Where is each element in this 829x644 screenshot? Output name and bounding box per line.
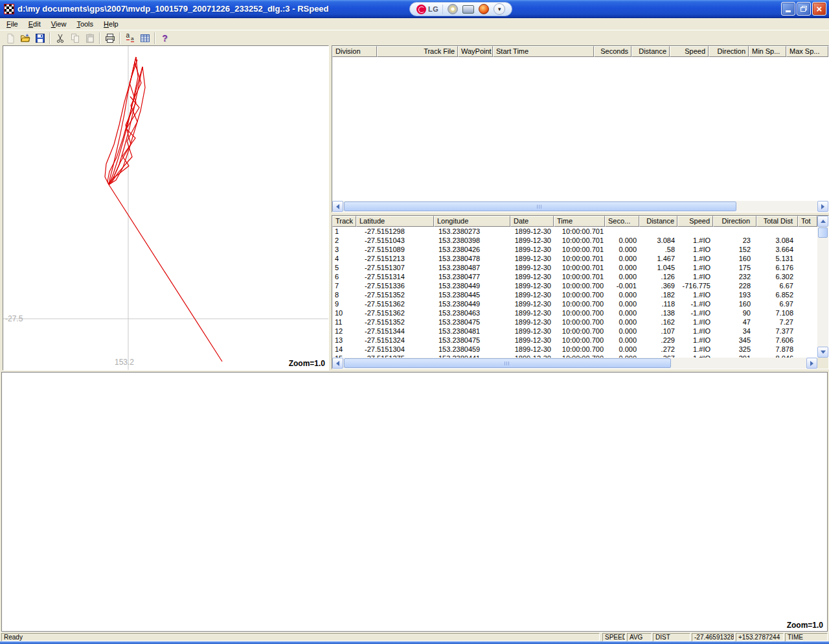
table-row[interactable]: 4-27.5151213153.23804781899-12-3010:00:0… — [332, 254, 817, 263]
track-table-body[interactable]: 1-27.5151298153.23802731899-12-3010:00:0… — [332, 227, 817, 358]
table-cell: 1.#IO — [677, 345, 713, 354]
cut-button[interactable] — [52, 31, 67, 45]
table-cell: 160 — [713, 254, 756, 263]
column-header[interactable]: Speed — [670, 46, 709, 57]
vscroll-thumb[interactable] — [818, 227, 828, 238]
table-row[interactable]: 11-27.5151352153.23804751899-12-3010:00:… — [332, 317, 817, 327]
column-header[interactable]: Tot — [798, 216, 817, 227]
table-cell: -27.5151352 — [356, 317, 434, 327]
table-cell — [677, 227, 713, 236]
table-cell: .58 — [639, 245, 677, 254]
hscroll-thumb[interactable] — [344, 358, 671, 368]
table-row[interactable]: 1-27.5151298153.23802731899-12-3010:00:0… — [332, 227, 817, 236]
division-table-hscrollbar[interactable] — [332, 201, 828, 212]
column-header[interactable]: Distance — [631, 46, 670, 57]
labels-button[interactable] — [122, 31, 137, 45]
column-header[interactable]: Division — [332, 46, 377, 57]
copy-button[interactable] — [67, 31, 82, 45]
table-cell: 3.664 — [756, 245, 798, 254]
table-row[interactable]: 12-27.5151344153.23804811899-12-3010:00:… — [332, 327, 817, 336]
table-row[interactable]: 9-27.5151362153.23804491899-12-3010:00:0… — [332, 299, 817, 308]
table-row[interactable]: 2-27.5151043153.23803981899-12-3010:00:0… — [332, 236, 817, 245]
speed-view-panel[interactable]: Zoom=1.0 — [1, 372, 828, 632]
column-header[interactable]: Start Time — [493, 46, 594, 57]
close-button[interactable]: × — [812, 2, 826, 16]
scroll-up-button[interactable] — [817, 216, 828, 227]
table-cell: 10:00:00.701 — [554, 272, 605, 281]
table-row[interactable]: 10-27.5151362153.23804631899-12-3010:00:… — [332, 308, 817, 317]
column-header[interactable]: Direction — [713, 216, 756, 227]
scroll-down-button[interactable] — [817, 347, 828, 358]
help-button[interactable] — [157, 31, 172, 45]
column-header[interactable]: Time — [554, 216, 605, 227]
grid-view-button[interactable] — [137, 31, 152, 45]
table-cell — [798, 236, 817, 245]
status-bar: Ready SPEED AVG DIST -27.46591328 +153.2… — [0, 632, 829, 641]
column-header[interactable]: Total Dist — [756, 216, 798, 227]
column-header[interactable]: Distance — [639, 216, 677, 227]
table-cell: 153.2380398 — [434, 236, 510, 245]
table-row[interactable]: 14-27.5151304153.23804591899-12-3010:00:… — [332, 345, 817, 354]
table-cell: 1.467 — [639, 254, 677, 263]
menu-bar: File Edit View Tools Help — [0, 18, 829, 30]
table-cell: 5 — [332, 263, 356, 272]
division-table-body[interactable] — [332, 57, 828, 201]
column-header[interactable]: Seconds — [594, 46, 631, 57]
scroll-right-button[interactable] — [817, 201, 828, 212]
column-header[interactable]: Direction — [709, 46, 749, 57]
table-cell: -27.5151089 — [356, 245, 434, 254]
new-button[interactable] — [3, 31, 17, 45]
menu-tools[interactable]: Tools — [71, 19, 98, 29]
column-header[interactable]: Min Sp... — [749, 46, 786, 57]
table-cell: -27.5151304 — [356, 345, 434, 354]
table-row[interactable]: 7-27.5151336153.23804491899-12-3010:00:0… — [332, 281, 817, 290]
open-button[interactable] — [17, 31, 32, 45]
menu-file[interactable]: File — [1, 19, 23, 29]
drive-icon[interactable] — [462, 5, 474, 14]
menu-help[interactable]: Help — [98, 19, 124, 29]
column-header[interactable]: Track File — [377, 46, 458, 57]
table-row[interactable]: 6-27.5151314153.23804771899-12-3010:00:0… — [332, 272, 817, 281]
column-header[interactable]: Speed — [677, 216, 713, 227]
hscroll-thumb[interactable] — [344, 201, 736, 211]
globe-icon[interactable] — [479, 4, 489, 14]
column-header[interactable]: Latitude — [356, 216, 434, 227]
menu-view[interactable]: View — [46, 19, 72, 29]
track-map-panel[interactable]: -27.5153.2 Zoom=1.0 — [3, 45, 329, 371]
pane-zoom-label: Zoom=1.0 — [787, 621, 823, 630]
table-cell: 10:00:00.701 — [554, 227, 605, 236]
save-button[interactable] — [32, 31, 47, 45]
table-row[interactable]: 5-27.5151307153.23804871899-12-3010:00:0… — [332, 263, 817, 272]
table-row[interactable]: 3-27.5151089153.23804261899-12-3010:00:0… — [332, 245, 817, 254]
track-table-vscrollbar[interactable] — [817, 216, 828, 358]
table-cell: 153.2380445 — [434, 290, 510, 299]
scroll-right-button[interactable] — [806, 358, 817, 369]
disc-icon[interactable] — [448, 4, 458, 14]
print-button[interactable] — [102, 31, 117, 45]
table-cell: 6.67 — [756, 281, 798, 290]
column-header[interactable]: Date — [510, 216, 554, 227]
lg-logo[interactable]: LG — [416, 5, 443, 14]
paste-clipboard-icon — [85, 33, 95, 43]
column-header[interactable]: Max Sp... — [786, 46, 828, 57]
scroll-left-button[interactable] — [332, 201, 343, 212]
restore-button[interactable] — [797, 2, 811, 16]
minimize-button[interactable] — [781, 2, 795, 16]
table-row[interactable]: 8-27.5151352153.23804451899-12-3010:00:0… — [332, 290, 817, 299]
table-cell: 0.000 — [605, 336, 639, 345]
column-header[interactable]: WayPoint — [458, 46, 493, 57]
dropdown-arrow-icon[interactable]: ▾ — [494, 3, 505, 15]
paste-button[interactable] — [82, 31, 97, 45]
table-cell — [798, 245, 817, 254]
column-header[interactable]: Seco... — [605, 216, 639, 227]
status-longitude: +153.2787244 — [736, 633, 784, 641]
table-cell: -27.5151362 — [356, 308, 434, 317]
table-cell: 5.131 — [756, 254, 798, 263]
table-row[interactable]: 13-27.5151324153.23804751899-12-3010:00:… — [332, 336, 817, 345]
table-cell: 12 — [332, 327, 356, 336]
scroll-left-button[interactable] — [332, 358, 343, 369]
track-table-hscrollbar[interactable] — [332, 358, 817, 369]
menu-edit[interactable]: Edit — [23, 19, 46, 29]
column-header[interactable]: Longitude — [434, 216, 510, 227]
column-header[interactable]: Track — [332, 216, 356, 227]
